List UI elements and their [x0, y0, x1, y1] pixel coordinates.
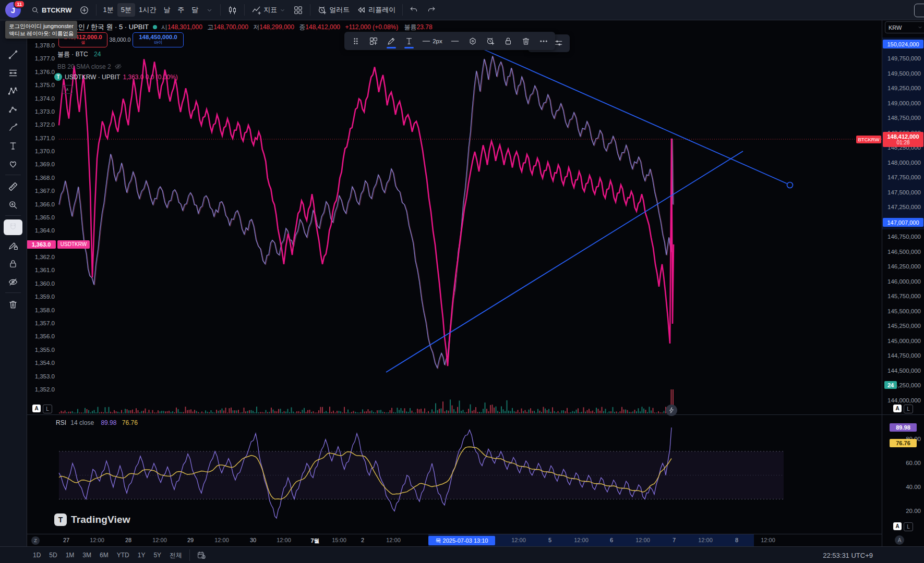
right-axis-label: 147,750,000 [885, 174, 921, 180]
legend-collapse-button[interactable]: ∧ [62, 85, 73, 94]
range-5Y[interactable]: 5Y [149, 549, 165, 561]
usdt-row-values: 1,363.0 0.0 (0.00%) [123, 74, 177, 81]
alert-button[interactable]: 얼러트 [314, 3, 353, 17]
pencil-tool-button[interactable] [383, 33, 400, 49]
timezone-button[interactable]: Z [31, 536, 40, 545]
time-tick: 12:00 [511, 537, 526, 543]
alert-label: 얼러트 [329, 5, 350, 15]
main-pane-left-log-button[interactable]: L [43, 405, 52, 413]
tool-pattern[interactable] [4, 83, 22, 99]
line-style-button[interactable] [447, 33, 463, 49]
main-pane-auto-button[interactable]: A [893, 405, 902, 412]
tool-brush[interactable] [4, 120, 22, 136]
timeframe-날[interactable]: 날 [160, 3, 174, 17]
add-layout-button[interactable] [365, 33, 382, 49]
tool-trendline-icon [8, 50, 18, 60]
krw-currency-dropdown[interactable]: KRW [885, 21, 924, 33]
add-alert-button[interactable] [482, 33, 499, 49]
settings-hexagon-button[interactable] [464, 33, 481, 49]
right-axis-label: 144,750,000 [885, 352, 921, 359]
user-avatar[interactable]: J 11 [5, 2, 21, 18]
range-1M[interactable]: 1M [62, 549, 79, 561]
left-price-axis[interactable]: 1,378.01,377.01,376.01,375.01,374.01,373… [27, 20, 59, 534]
axis-corner-auto-button[interactable]: A [895, 535, 904, 545]
more-options-button[interactable] [535, 33, 552, 49]
tool-zoom-in[interactable] [4, 197, 22, 213]
add-layout-icon [369, 36, 378, 46]
toolbar-corner-button[interactable] [914, 4, 924, 17]
timeframe-5분[interactable]: 5분 [117, 3, 135, 17]
chevron-down-icon [206, 6, 213, 14]
range-전체[interactable]: 전체 [165, 549, 186, 562]
text-tool-button[interactable] [401, 33, 417, 49]
market-status-dot[interactable] [153, 25, 157, 29]
legend-usdtkrw-row[interactable]: T USDTKRW · UPBIT 1,363.0 0.0 (0.00%) [54, 73, 178, 81]
tool-text[interactable] [4, 138, 22, 154]
time-tick: 12:00 [214, 537, 229, 543]
right-axis-label: 146,750,000 [885, 234, 921, 240]
line-width-button[interactable]: 2px [418, 33, 446, 49]
legend-volume-row[interactable]: 볼륨 · BTC 24 [57, 50, 101, 59]
redo-button[interactable] [423, 3, 439, 17]
tool-measure[interactable] [4, 179, 22, 194]
left-axis-label: 1,366.0 [27, 201, 55, 207]
go-to-date-button[interactable] [193, 548, 210, 562]
range-YTD[interactable]: YTD [113, 549, 134, 561]
timeframe-dropdown[interactable] [202, 4, 217, 16]
range-6M[interactable]: 6M [95, 549, 113, 561]
layout-grid-button[interactable] [290, 3, 307, 17]
toolbar-separator [220, 4, 221, 16]
rsi-pane-auto-button[interactable]: A [893, 522, 902, 530]
clock[interactable]: 22:53:31 UTC+9 [823, 552, 873, 559]
sidebar-divider [5, 175, 21, 175]
left-axis-label: 1,377.0 [27, 55, 55, 62]
usdt-symbol-icon: T [54, 73, 62, 81]
undo-button[interactable] [406, 3, 423, 17]
unlock-button[interactable] [500, 33, 517, 49]
tool-fib-retracement[interactable] [4, 65, 22, 81]
crosshair-time-label: 목 2025-07-03 13:10 [428, 536, 495, 545]
rsi-axis-label: 20.00 [885, 508, 921, 514]
tool-forecast[interactable] [4, 102, 22, 117]
tool-remove-all[interactable] [4, 297, 22, 312]
right-price-axis[interactable]: KRW 149,750,000149,500,000149,250,000149… [882, 20, 924, 534]
range-1Y[interactable]: 1Y [134, 549, 150, 561]
rsi-legend[interactable]: RSI 14 close 89.98 76.76 [56, 419, 138, 426]
legend-bb-row[interactable]: BB 20 SMA close 2 [57, 63, 122, 70]
chevron-down-icon [917, 25, 923, 30]
tool-lock-all[interactable] [4, 256, 22, 272]
time-axis[interactable]: Z2712:002812:002912:003012:007월15:00212:… [27, 534, 882, 547]
tool-hide-all[interactable] [4, 274, 22, 290]
eye-off-icon[interactable] [114, 63, 122, 70]
symbol-search-button[interactable]: BTCKRW [27, 4, 76, 17]
tool-stay-in-drawing-mode[interactable] [4, 238, 22, 253]
main-pane-log-button[interactable]: L [904, 405, 913, 413]
replay-button[interactable]: 리플레이 [353, 3, 399, 17]
compare-add-button[interactable] [76, 3, 93, 17]
range-3M[interactable]: 3M [78, 549, 95, 561]
range-1D[interactable]: 1D [29, 549, 45, 561]
chart-canvas[interactable] [0, 0, 924, 563]
rsi-ma-value: 76.76 [122, 419, 138, 426]
tool-magnet[interactable] [4, 219, 22, 235]
right-axis-label: 147,250,000 [885, 204, 921, 210]
main-pane-left-auto-button[interactable]: A [32, 405, 41, 412]
time-tick: 12:00 [152, 537, 167, 543]
quick-trade-lightning-button[interactable] [666, 405, 677, 416]
chart-style-button[interactable] [224, 3, 241, 17]
trash-button[interactable] [518, 33, 534, 49]
timeframe-달[interactable]: 달 [188, 3, 202, 17]
drawing-sidebar [0, 20, 27, 546]
symbol-title[interactable]: 코인 / 한국 원 · 5 · UPBIT [71, 22, 149, 32]
rsi-pane-log-button[interactable]: L [904, 522, 913, 531]
timeframe-1분[interactable]: 1분 [100, 3, 117, 17]
tool-forecast-icon [8, 104, 18, 115]
indicators-button[interactable]: 지표 [248, 3, 290, 17]
tool-emoji[interactable] [4, 156, 22, 172]
right-axis-label: 149,000,000 [885, 100, 921, 106]
timeframe-1시간[interactable]: 1시간 [135, 3, 160, 17]
tool-trendline[interactable] [4, 47, 22, 63]
range-5D[interactable]: 5D [45, 549, 61, 561]
timeframe-주[interactable]: 주 [174, 3, 188, 17]
rsi-ma-value-label: 76.76 [890, 439, 917, 447]
